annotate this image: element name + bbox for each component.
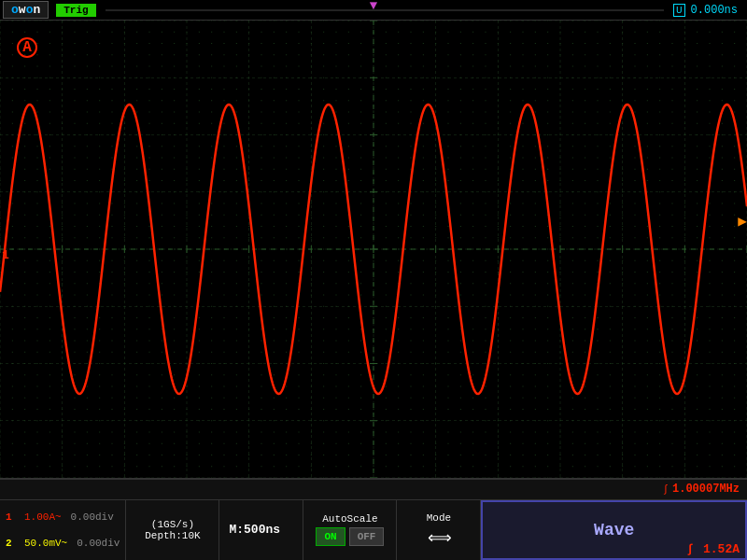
sample-rate: (1GS/s) xyxy=(151,519,194,530)
time-div-panel: M:500ns xyxy=(219,500,303,560)
owon-logo: owon xyxy=(3,1,49,19)
sample-info-panel: (1GS/s) Depth:10K xyxy=(126,500,219,560)
mode-panel: Mode ⟺ xyxy=(397,500,481,560)
ch1-voltage: 1.00A~ xyxy=(24,511,62,523)
sample-depth: Depth:10K xyxy=(145,530,200,541)
ch2-div: 0.00div xyxy=(77,538,120,549)
time-display: 0.000ns xyxy=(691,4,738,17)
wave-label: Wave xyxy=(594,521,634,539)
autoscale-off-button[interactable]: OFF xyxy=(349,527,385,546)
bottom-bar: ∫ 1.00007MHz 1 1.00A~ 0.00div 2 50.0mV~ … xyxy=(0,478,747,560)
ground-level-marker: 1 xyxy=(2,248,9,262)
ch1-row: 1 1.00A~ 0.00div xyxy=(6,504,120,530)
top-bar: owon Trig ▼ U 0.000ns xyxy=(0,0,747,21)
trig-badge: Trig xyxy=(56,4,95,17)
rms-icon: ∫ xyxy=(686,542,694,556)
ch2-voltage: 50.0mV~ xyxy=(24,538,67,549)
freq-bar: ∫ 1.00007MHz xyxy=(0,480,747,500)
rms-value: 1.52A xyxy=(703,542,740,556)
waveform-svg xyxy=(0,21,747,478)
scope-screen: A ▶ 1 xyxy=(0,21,747,478)
channel-a-marker: A xyxy=(17,37,37,58)
trigger-level-marker: ▶ xyxy=(738,212,747,231)
mode-label: Mode xyxy=(427,512,451,524)
time-div-value: M:500ns xyxy=(229,523,280,537)
autoscale-btn-row[interactable]: ON OFF xyxy=(316,527,384,546)
channel-info-panel: 1 1.00A~ 0.00div 2 50.0mV~ 0.00div xyxy=(0,500,126,560)
autoscale-panel: AutoScale ON OFF xyxy=(303,500,397,560)
freq-icon: ∫ xyxy=(662,483,669,495)
mode-icon: ⟺ xyxy=(428,527,450,548)
controls-row: 1 1.00A~ 0.00div 2 50.0mV~ 0.00div (1GS/… xyxy=(0,500,747,560)
u-marker: U xyxy=(673,5,687,16)
ch1-number: 1 xyxy=(6,511,19,523)
autoscale-label: AutoScale xyxy=(322,513,377,525)
ch2-number: 2 xyxy=(6,538,19,549)
freq-display: 1.00007MHz xyxy=(672,483,740,496)
ch2-row: 2 50.0mV~ 0.00div xyxy=(6,530,120,556)
trigger-position-marker: ▼ xyxy=(370,0,377,13)
autoscale-on-button[interactable]: ON xyxy=(316,527,345,546)
ch1-div: 0.00div xyxy=(71,511,114,523)
rms-display: ∫ 1.52A xyxy=(686,542,740,556)
sine-wave-path xyxy=(0,105,747,394)
